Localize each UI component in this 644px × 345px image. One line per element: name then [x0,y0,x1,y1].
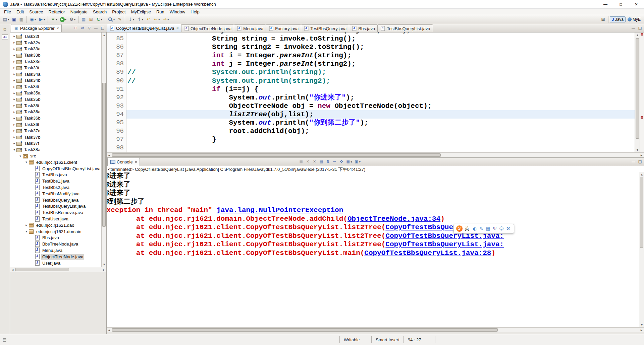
open-task-button[interactable]: ✎ [116,16,123,23]
stack-trace-link[interactable]: java.lang.NullPointerException [216,206,343,214]
scrollbar-thumb[interactable] [640,178,643,248]
expand-arrow-icon[interactable]: ▾ [18,154,22,158]
expand-arrow-icon[interactable]: ▸ [12,91,16,95]
tree-item-testuser-java[interactable]: TestUser.java [10,216,106,222]
menu-refactor[interactable]: Refactor [46,9,68,15]
editor-vertical-scrollbar[interactable]: ▲ ▼ [635,32,640,152]
error-marker[interactable] [641,33,643,36]
debug-button[interactable]: ✶▾ [50,16,58,23]
code-area[interactable]: Object invoke2 = method2.invoke(object2,… [126,32,635,152]
console-output[interactable]: 你进来了你进来了你进来了你到第二步了Exception in thread "m… [107,172,644,327]
handwriting-icon[interactable]: ✎ [479,226,484,231]
minimize-button[interactable]: — [598,0,613,8]
tab-testbbsquerylist-java[interactable]: TestBbsQueryList.java [377,24,433,32]
tree-item-task35b[interactable]: ▸Task35b [10,96,106,102]
remove-all-launches-button[interactable]: ✕ [312,159,318,165]
expand-arrow-icon[interactable]: ▸ [12,79,16,82]
tab-package-explorer[interactable]: ⊞ Package Explorer ✕ [11,24,62,32]
tree-item-copyoftestbbsquerylist-java[interactable]: CopyOfTestBbsQueryList.java [10,165,106,172]
back-button[interactable]: ←▾ [152,16,161,23]
expand-arrow-icon[interactable]: ▸ [12,129,16,132]
new-wizard-button[interactable]: ▤▾ [2,16,10,23]
restore-view-button[interactable]: ⊡ [1,25,9,33]
app-server-button[interactable]: ▶▾ [38,16,46,23]
stack-trace-link[interactable]: CopyOfTestBbsQueryList.java: [385,240,504,248]
minimize-view-button[interactable]: — [93,25,99,31]
expand-arrow-icon[interactable]: ▸ [12,60,16,63]
tree-item-task36t[interactable]: ▸Task36t [10,121,106,128]
keyboard-icon[interactable]: ▦ [486,226,490,231]
scroll-up-icon[interactable]: ▲ [639,172,644,177]
display-selected-console-button[interactable]: ▦▾ [345,159,353,165]
tree-item-task32t[interactable]: ▸Task32t [10,33,106,40]
maximize-view-button[interactable]: □ [637,159,643,165]
tree-item-task36a[interactable]: ▸Task36a [10,109,106,115]
tree-item-objecttreenode-java[interactable]: ObjectTreeNode.java [10,254,106,260]
scroll-down-icon[interactable]: ▼ [102,262,107,267]
new-java-project-button[interactable]: ▦ [80,16,87,23]
pin-console-button[interactable]: ✜ [338,159,344,165]
expand-arrow-icon[interactable]: ▸ [12,47,16,51]
myeclipse-deploy-button[interactable]: ◉▾ [29,16,37,23]
tree-item-task38a[interactable]: ▾Task38a [10,146,106,153]
tree-item-testbbsquery-java[interactable]: TestBbsQuery.java [10,197,106,203]
print-button[interactable]: ▥ [18,16,25,23]
scroll-down-icon[interactable]: ▼ [635,147,640,152]
tree-item-testbbs1-java[interactable]: TestBbs1.java [10,178,106,184]
package-explorer-horizontal-scrollbar[interactable]: ◀ ▶ [10,267,107,272]
emoji-icon[interactable]: ☺ [499,226,504,231]
input-mode-indicator[interactable]: 英 [465,226,469,232]
tree-item-bbs-java[interactable]: Bbs.java [10,235,106,241]
close-button[interactable]: ✕ [629,0,644,8]
tree-item-task37t[interactable]: ▸Task37t [10,140,106,147]
tree-item-testbbsremove-java[interactable]: TestBbsRemove.java [10,209,106,216]
editor-horizontal-scrollbar[interactable]: ◀ ▶ [107,152,644,157]
tree-item-task33a[interactable]: ▸Task33a [10,46,106,52]
tree-item-testbbs-java[interactable]: TestBbs.java [10,172,106,178]
expand-arrow-icon[interactable]: ▸ [12,66,16,69]
scroll-left-icon[interactable]: ◀ [107,153,112,158]
tree-item-task35a[interactable]: ▸Task35a [10,90,106,96]
tree-item-testbbs2-java[interactable]: TestBbs2.java [10,184,106,191]
scrollbar-thumb[interactable] [15,268,69,271]
overview-ruler[interactable] [640,32,644,152]
expand-arrow-icon[interactable]: ▸ [12,34,16,38]
toolbox-icon[interactable]: ⚒ [506,226,511,231]
clear-console-button[interactable]: ▤ [318,159,324,165]
stack-trace-link[interactable]: ObjectTreeNode.java:34 [347,215,440,223]
tree-item-testbbsmodify-java[interactable]: TestBbsModify.java [10,191,106,197]
new-package-button[interactable]: ⊞ [88,16,94,23]
scroll-right-icon[interactable]: ▶ [639,153,644,158]
view-menu-button[interactable]: ▽ [86,25,92,31]
tree-item-bbstreenode-java[interactable]: BbsTreeNode.java [10,241,106,247]
search-button[interactable]: ▾ [107,16,116,23]
scrollbar-thumb[interactable] [636,38,639,139]
next-annotation-button[interactable]: ↓▾ [127,16,135,23]
expand-arrow-icon[interactable]: ▸ [12,72,16,76]
expand-arrow-icon[interactable]: ▾ [24,230,29,233]
maximize-view-button[interactable]: □ [637,25,643,31]
scroll-right-icon[interactable]: ▶ [639,328,644,333]
tree-item-edu-njcc-rj1621-domain[interactable]: ▾edu.njcc.rj1621.domain [10,228,106,235]
tree-item-src[interactable]: ▾src [10,153,106,159]
tab-objecttreenode-java[interactable]: ObjectTreeNode.java [181,24,234,32]
minimize-view-button[interactable]: — [630,25,636,31]
word-wrap-button[interactable]: ↩ [332,159,338,165]
tab-bbs-java[interactable]: Bbs.java [349,24,378,32]
tab-factory-java[interactable]: Factory.java [266,24,301,32]
shape-mode-icon[interactable]: ◐ [472,226,477,231]
sogou-logo-icon[interactable]: S [456,225,463,232]
last-edit-location-button[interactable]: ↶ [145,16,152,23]
tree-item-user-java[interactable]: User.java [10,260,106,266]
tree-item-task33e[interactable]: ▸Task33e [10,58,106,65]
console-horizontal-scrollbar[interactable]: ◀ ▶ [107,327,644,332]
expand-arrow-icon[interactable]: ▾ [24,160,29,164]
sogou-input-bar[interactable]: S 英 ◐✎▦Ψ☺⚒ [453,224,514,233]
scroll-lock-button[interactable]: ⇅ [325,159,331,165]
menu-window[interactable]: Window [167,9,188,15]
expand-arrow-icon[interactable]: ▸ [24,223,29,227]
expand-arrow-icon[interactable]: ▸ [12,142,16,145]
tree-item-task34b[interactable]: ▸Task34b [10,77,106,84]
menu-source[interactable]: Source [26,9,46,15]
new-class-button[interactable]: C▾ [95,16,103,23]
